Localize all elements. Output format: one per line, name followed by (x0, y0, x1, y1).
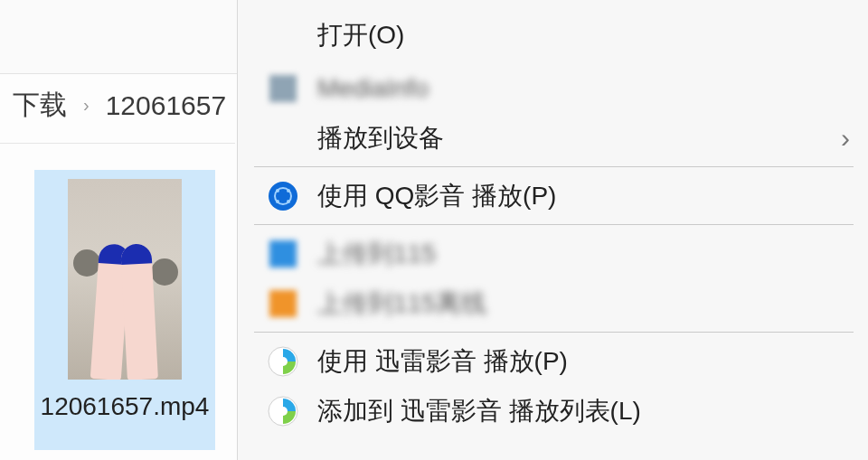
divider (0, 143, 235, 144)
video-thumbnail (68, 179, 182, 380)
svg-point-4 (276, 200, 279, 203)
menu-separator (254, 332, 854, 333)
breadcrumb-segment[interactable]: 下载 (13, 87, 67, 124)
menu-label: MediaInfo (317, 74, 429, 103)
menu-item-open[interactable]: 打开(O) (238, 0, 868, 63)
menu-item-xunlei-play[interactable]: 使用 迅雷影音 播放(P) (238, 336, 868, 386)
menu-item-cast[interactable]: 播放到设备 › (238, 113, 868, 163)
file-item-selected[interactable]: 12061657.mp4 (34, 170, 215, 450)
menu-item-qqplay[interactable]: 使用 QQ影音 播放(P) (238, 171, 868, 221)
file-name-label: 12061657.mp4 (34, 392, 215, 421)
breadcrumb[interactable]: 下载 › 12061657 (13, 87, 226, 124)
xunlei-icon (267, 395, 299, 427)
svg-point-3 (287, 189, 290, 192)
115-offline-icon (267, 287, 299, 320)
menu-label: 播放到设备 (317, 121, 444, 155)
menu-label: 使用 QQ影音 播放(P) (317, 179, 556, 213)
115-icon (267, 238, 299, 270)
menu-separator (254, 166, 854, 167)
menu-label: 使用 迅雷影音 播放(P) (317, 344, 568, 379)
menu-item-upload-115[interactable]: 上传到115 (238, 229, 868, 278)
menu-item-xunlei-addlist[interactable]: 添加到 迅雷影音 播放列表(L) (238, 386, 868, 436)
qqplayer-icon (267, 180, 299, 212)
menu-separator (254, 224, 854, 225)
menu-label: 打开(O) (317, 18, 404, 52)
svg-point-2 (276, 189, 279, 192)
mediainfo-icon (267, 72, 299, 105)
svg-point-0 (269, 182, 297, 211)
svg-point-9 (278, 407, 288, 416)
svg-point-7 (278, 357, 288, 366)
menu-item-upload-115-offline[interactable]: 上传到115离线 (238, 278, 868, 328)
chevron-right-icon: › (83, 95, 90, 116)
menu-label: 添加到 迅雷影音 播放列表(L) (317, 394, 641, 428)
xunlei-icon (267, 345, 299, 378)
menu-label: 上传到115离线 (317, 286, 486, 321)
chevron-right-icon: › (841, 123, 850, 154)
menu-label: 上传到115 (317, 237, 436, 271)
menu-item-mediainfo[interactable]: MediaInfo (238, 63, 868, 113)
context-menu: 打开(O) MediaInfo 播放到设备 › 使用 QQ影音 播放(P) 上传… (237, 0, 868, 460)
svg-point-5 (287, 200, 290, 203)
breadcrumb-segment[interactable]: 12061657 (106, 90, 226, 121)
